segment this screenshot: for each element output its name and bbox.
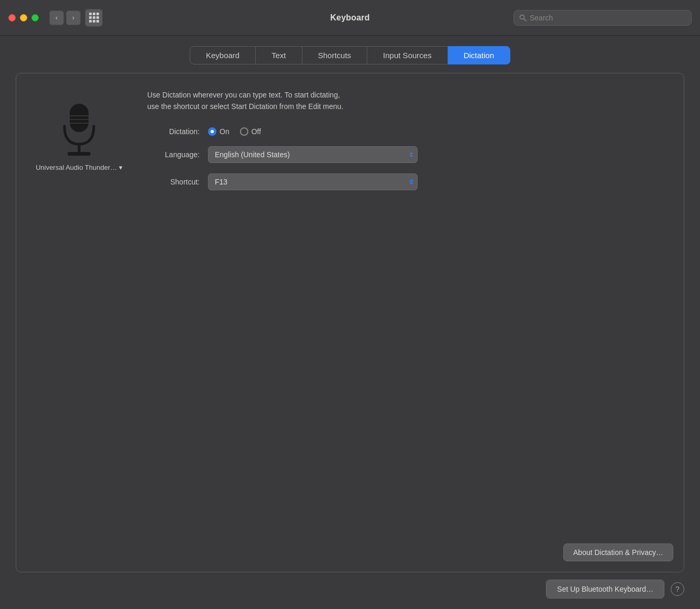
settings-panel: Universal Audio Thunder… ▾ Use Dictation… (16, 73, 684, 572)
mic-device-label[interactable]: Universal Audio Thunder… ▾ (36, 164, 123, 171)
svg-line-1 (524, 18, 527, 21)
back-button[interactable]: ‹ (49, 10, 64, 25)
tab-text[interactable]: Text (256, 46, 302, 64)
dictation-off-option[interactable]: Off (240, 127, 261, 136)
tab-input-sources[interactable]: Input Sources (367, 46, 448, 64)
footer-bar: Set Up Bluetooth Keyboard… ? (16, 572, 684, 599)
shortcut-row: Shortcut: F13 (147, 173, 668, 190)
mic-section: Universal Audio Thunder… ▾ (32, 100, 126, 171)
shortcut-label: Shortcut: (147, 178, 200, 186)
search-bar[interactable] (513, 10, 692, 26)
search-icon (519, 14, 527, 21)
tab-shortcuts[interactable]: Shortcuts (302, 46, 367, 64)
dictation-on-radio[interactable] (208, 127, 216, 136)
grid-view-button[interactable] (85, 9, 103, 27)
microphone-icon (56, 100, 103, 157)
dictation-row: Dictation: On Off (147, 127, 668, 136)
shortcut-select[interactable]: F13 (208, 173, 418, 190)
tabs-bar: Keyboard Text Shortcuts Input Sources Di… (16, 46, 684, 64)
dictation-off-label: Off (251, 127, 261, 136)
language-label: Language: (147, 150, 200, 159)
svg-rect-7 (68, 152, 91, 156)
bottom-buttons: About Dictation & Privacy… (563, 543, 673, 561)
language-row: Language: English (United States) (147, 146, 668, 163)
nav-buttons: ‹ › (49, 10, 81, 25)
content-area: Keyboard Text Shortcuts Input Sources Di… (0, 36, 700, 609)
tab-keyboard[interactable]: Keyboard (190, 46, 256, 64)
privacy-button[interactable]: About Dictation & Privacy… (563, 543, 673, 561)
forward-button[interactable]: › (66, 10, 81, 25)
panel-inner: Universal Audio Thunder… ▾ Use Dictation… (32, 89, 668, 201)
traffic-lights (8, 14, 39, 21)
window-title: Keyboard (330, 13, 369, 23)
dictation-on-option[interactable]: On (208, 127, 229, 136)
language-select-wrapper: English (United States) (208, 146, 418, 163)
settings-section: Use Dictation wherever you can type text… (147, 89, 668, 201)
description-text: Use Dictation wherever you can type text… (147, 89, 493, 113)
dictation-off-radio[interactable] (240, 127, 248, 136)
title-bar: ‹ › Keyboard (0, 0, 700, 36)
dictation-radio-group: On Off (208, 127, 261, 136)
language-select[interactable]: English (United States) (208, 146, 418, 163)
bluetooth-button[interactable]: Set Up Bluetooth Keyboard… (546, 580, 664, 599)
help-button[interactable]: ? (671, 582, 684, 596)
dictation-on-label: On (220, 127, 229, 136)
maximize-button[interactable] (31, 14, 39, 21)
grid-icon (89, 13, 99, 23)
close-button[interactable] (8, 14, 16, 21)
svg-rect-2 (70, 104, 89, 132)
shortcut-select-wrapper: F13 (208, 173, 418, 190)
minimize-button[interactable] (20, 14, 27, 21)
tab-dictation[interactable]: Dictation (448, 46, 510, 64)
search-input[interactable] (530, 14, 686, 22)
dictation-label: Dictation: (147, 127, 200, 136)
